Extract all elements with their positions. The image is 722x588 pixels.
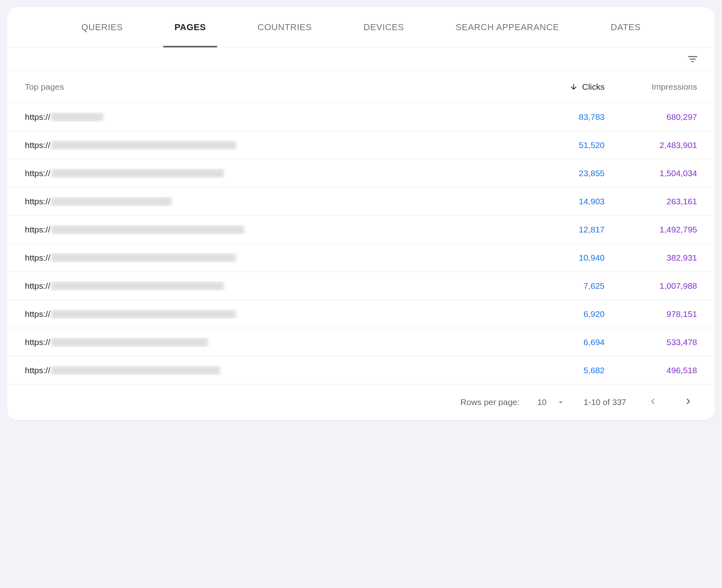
table-row[interactable]: https://23,8551,504,034 <box>7 159 715 187</box>
cell-clicks: 6,920 <box>516 309 605 319</box>
filter-list-icon[interactable] <box>687 53 699 65</box>
arrow-downward-icon <box>569 82 578 91</box>
cell-impressions: 978,151 <box>605 309 697 319</box>
table-row[interactable]: https://6,694533,478 <box>7 328 715 356</box>
cell-page: https:// <box>25 140 516 150</box>
table-header-row: Top pages Clicks Impressions <box>7 71 715 103</box>
cell-impressions: 382,931 <box>605 253 697 263</box>
tab-pages[interactable]: PAGES <box>171 7 209 47</box>
cell-page: https:// <box>25 337 516 347</box>
cell-clicks: 6,694 <box>516 337 605 347</box>
url-redacted <box>51 310 236 319</box>
cell-page: https:// <box>25 112 516 122</box>
arrow-drop-down-icon <box>556 397 566 407</box>
table-row[interactable]: https://12,8171,492,795 <box>7 216 715 244</box>
cell-page: https:// <box>25 253 516 263</box>
url-prefix: https:// <box>25 281 50 291</box>
table-row[interactable]: https://6,920978,151 <box>7 300 715 328</box>
cell-page: https:// <box>25 169 516 178</box>
rows-per-page-label: Rows per page: <box>460 397 519 407</box>
url-redacted <box>51 141 236 150</box>
table-row[interactable]: https://10,940382,931 <box>7 244 715 272</box>
pagination-next-button[interactable] <box>679 393 697 412</box>
url-redacted <box>51 282 224 290</box>
tab-label: PAGES <box>174 22 206 33</box>
cell-page: https:// <box>25 309 516 319</box>
url-prefix: https:// <box>25 366 50 375</box>
url-prefix: https:// <box>25 197 50 206</box>
url-prefix: https:// <box>25 309 50 319</box>
column-header-clicks[interactable]: Clicks <box>516 82 605 92</box>
url-prefix: https:// <box>25 337 50 347</box>
url-redacted <box>51 253 236 262</box>
tab-label: SEARCH APPEARANCE <box>455 22 559 33</box>
url-prefix: https:// <box>25 225 50 234</box>
tab-queries[interactable]: QUERIES <box>78 7 126 47</box>
tab-countries[interactable]: COUNTRIES <box>254 7 315 47</box>
dimension-tabs: QUERIES PAGES COUNTRIES DEVICES SEARCH A… <box>7 7 715 47</box>
column-header-impressions[interactable]: Impressions <box>605 82 697 92</box>
table-row[interactable]: https://14,903263,161 <box>7 187 715 216</box>
cell-page: https:// <box>25 366 516 375</box>
cell-impressions: 1,504,034 <box>605 169 697 178</box>
column-header-label: Clicks <box>582 82 605 92</box>
cell-impressions: 1,492,795 <box>605 225 697 234</box>
table-row[interactable]: https://7,6251,007,988 <box>7 272 715 300</box>
cell-page: https:// <box>25 281 516 291</box>
cell-clicks: 10,940 <box>516 253 605 263</box>
cell-page: https:// <box>25 225 516 234</box>
cell-page: https:// <box>25 197 516 206</box>
cell-impressions: 1,007,988 <box>605 281 697 291</box>
url-redacted <box>51 338 208 347</box>
url-prefix: https:// <box>25 253 50 263</box>
cell-clicks: 7,625 <box>516 281 605 291</box>
cell-clicks: 5,682 <box>516 366 605 375</box>
rows-per-page-value: 10 <box>537 397 546 407</box>
column-header-label: Impressions <box>652 82 697 91</box>
chevron-left-icon <box>647 396 658 409</box>
cell-clicks: 51,520 <box>516 140 605 150</box>
url-redacted <box>51 225 244 234</box>
tab-label: QUERIES <box>81 22 123 33</box>
cell-impressions: 263,161 <box>605 197 697 206</box>
url-redacted <box>51 366 220 375</box>
url-prefix: https:// <box>25 169 50 178</box>
tab-label: DATES <box>611 22 641 33</box>
table-body: https://83,783680,297https://51,5202,483… <box>7 103 715 384</box>
tab-search-appearance[interactable]: SEARCH APPEARANCE <box>452 7 562 47</box>
cell-impressions: 2,483,901 <box>605 140 697 150</box>
pagination-range: 1-10 of 337 <box>584 397 626 407</box>
tab-devices[interactable]: DEVICES <box>360 7 407 47</box>
url-prefix: https:// <box>25 112 50 122</box>
pagination-prev-button[interactable] <box>644 393 662 412</box>
cell-clicks: 14,903 <box>516 197 605 206</box>
performance-table-card: QUERIES PAGES COUNTRIES DEVICES SEARCH A… <box>7 7 715 420</box>
pagination-bar: Rows per page: 10 1-10 of 337 <box>7 384 715 420</box>
cell-impressions: 680,297 <box>605 112 697 122</box>
url-redacted <box>51 113 103 121</box>
column-header-label: Top pages <box>25 82 64 92</box>
filter-bar <box>7 47 715 71</box>
cell-clicks: 12,817 <box>516 225 605 234</box>
chevron-right-icon <box>683 396 694 409</box>
table-row[interactable]: https://83,783680,297 <box>7 103 715 131</box>
url-redacted <box>51 197 172 206</box>
tab-dates[interactable]: DATES <box>607 7 644 47</box>
cell-impressions: 496,518 <box>605 366 697 375</box>
cell-clicks: 83,783 <box>516 112 605 122</box>
table-row[interactable]: https://51,5202,483,901 <box>7 131 715 159</box>
tab-label: COUNTRIES <box>258 22 312 33</box>
column-header-pages[interactable]: Top pages <box>25 82 516 92</box>
url-prefix: https:// <box>25 140 50 150</box>
tab-label: DEVICES <box>363 22 404 33</box>
cell-clicks: 23,855 <box>516 169 605 178</box>
cell-impressions: 533,478 <box>605 337 697 347</box>
table-row[interactable]: https://5,682496,518 <box>7 356 715 384</box>
url-redacted <box>51 169 224 178</box>
rows-per-page-select[interactable]: 10 <box>537 397 566 407</box>
